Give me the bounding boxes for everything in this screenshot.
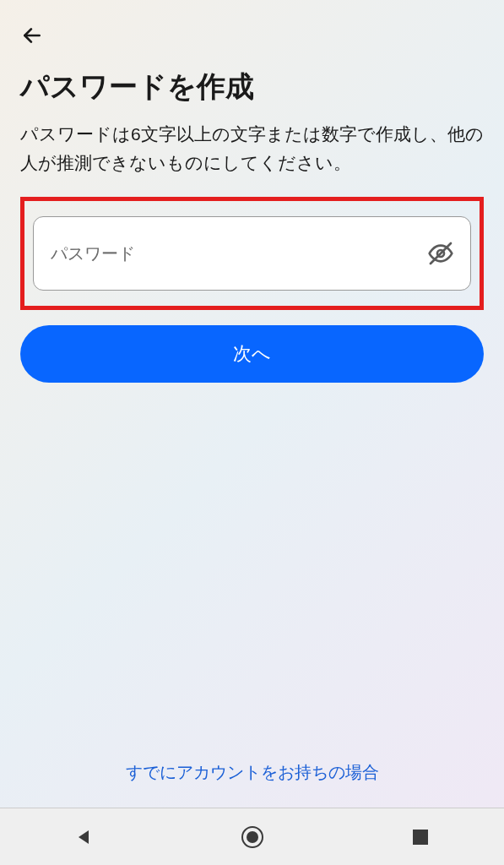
nav-home-icon[interactable] bbox=[227, 812, 278, 862]
page-title: パスワードを作成 bbox=[20, 68, 484, 106]
back-arrow-icon[interactable] bbox=[20, 24, 44, 47]
nav-back-icon[interactable] bbox=[59, 812, 110, 862]
svg-rect-5 bbox=[413, 830, 428, 845]
next-button[interactable]: 次へ bbox=[20, 325, 484, 383]
existing-account-link[interactable]: すでにアカウントをお持ちの場合 bbox=[20, 761, 484, 784]
password-input-wrapper[interactable] bbox=[33, 216, 471, 291]
svg-point-4 bbox=[247, 831, 258, 843]
eye-off-icon[interactable] bbox=[426, 239, 455, 268]
password-input[interactable] bbox=[51, 244, 423, 264]
system-navigation-bar bbox=[0, 808, 504, 865]
password-highlight-box bbox=[20, 197, 484, 310]
page-description: パスワードは6文字以上の文字または数字で作成し、他の人が推測できないものにしてく… bbox=[20, 120, 484, 177]
nav-recent-icon[interactable] bbox=[395, 812, 446, 862]
